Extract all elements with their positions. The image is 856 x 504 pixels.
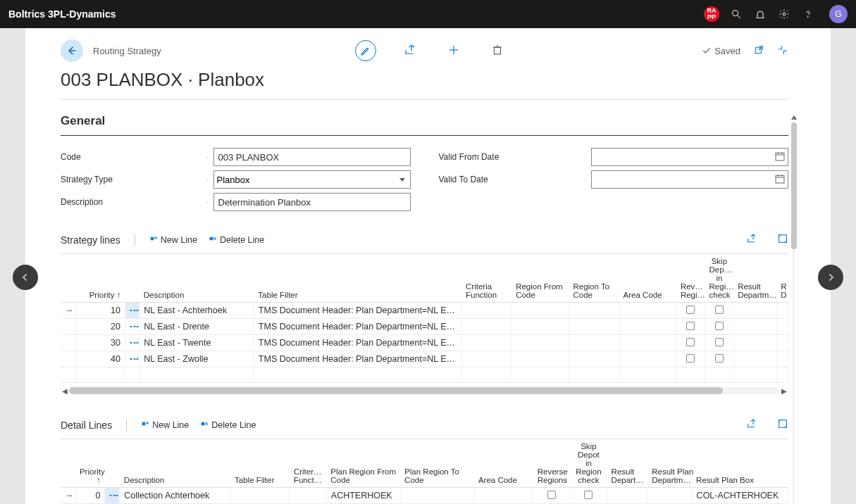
col-priority[interactable]: Priority ↑ — [89, 291, 121, 299]
checkbox[interactable] — [715, 322, 724, 330]
detail-expand-icon[interactable] — [777, 418, 788, 431]
detail-delete-line-button[interactable]: Delete Line — [200, 420, 256, 430]
vertical-scrollbar[interactable] — [791, 118, 797, 504]
edit-button[interactable] — [355, 40, 376, 61]
row-more-icon[interactable]: ⋮ — [129, 338, 139, 348]
horizontal-scrollbar[interactable]: ◀▶ — [61, 386, 788, 396]
checkbox[interactable] — [686, 354, 695, 363]
detail-lines-title: Detail Lines — [61, 420, 112, 431]
col-region-from[interactable]: Region From Code — [511, 254, 569, 303]
calendar-icon[interactable] — [774, 173, 786, 187]
collapse-icon[interactable] — [777, 44, 788, 58]
checkbox[interactable] — [686, 305, 695, 314]
bell-icon[interactable] — [753, 7, 767, 21]
description-field[interactable] — [213, 193, 411, 211]
label-description: Description — [61, 197, 201, 207]
svg-rect-28 — [779, 235, 787, 243]
table-row[interactable]: 40⋮NL East - ZwolleTMS Document Header: … — [61, 351, 788, 367]
popout-icon[interactable] — [753, 44, 764, 58]
label-valid-to: Valid To Date — [439, 175, 580, 184]
detail-new-line-button[interactable]: New Line — [141, 420, 189, 430]
dcol-result-plan-box[interactable]: Result Plan Box — [692, 439, 788, 488]
calendar-icon[interactable] — [774, 151, 786, 164]
dcol-area-code[interactable]: Area Code — [474, 439, 533, 488]
strategy-lines-grid[interactable]: Priority ↑ Description Table Filter Crit… — [61, 254, 788, 383]
svg-point-0 — [733, 11, 738, 16]
svg-line-1 — [738, 15, 740, 18]
search-icon[interactable] — [729, 7, 743, 21]
help-icon[interactable] — [801, 7, 815, 21]
nav-previous-button[interactable] — [13, 265, 38, 290]
svg-rect-8 — [495, 47, 501, 54]
new-line-button[interactable]: New Line — [149, 235, 197, 245]
col-skip-dep[interactable]: Skip Dep… in Regi… check — [705, 254, 734, 303]
page-title: 003 PLANBOX · Planbox — [61, 69, 788, 91]
svg-marker-24 — [210, 237, 213, 240]
dcol-plan-region-to[interactable]: Plan Region To Code — [400, 439, 474, 488]
svg-rect-13 — [776, 153, 784, 160]
share-icon[interactable] — [400, 40, 420, 60]
col-r[interactable]: R D — [776, 254, 788, 303]
checkbox[interactable] — [686, 338, 695, 346]
dcol-priority[interactable]: Priority ↑ — [75, 439, 105, 488]
col-region-to[interactable]: Region To Code — [569, 254, 619, 303]
dcol-plan-region-from[interactable]: Plan Region From Code — [326, 439, 400, 488]
table-row[interactable]: 20⋮NL East - DrenteTMS Document Header: … — [61, 319, 788, 335]
checkbox[interactable] — [584, 491, 593, 499]
delete-icon[interactable] — [488, 40, 507, 60]
checkbox[interactable] — [547, 491, 556, 499]
strategy-type-select[interactable]: Planbox — [213, 170, 411, 189]
table-row[interactable]: →10⋮NL East - AchterhoekTMS Document Hea… — [61, 303, 788, 319]
detail-lines-grid[interactable]: Priority ↑ Description Table Filter Crit… — [61, 439, 788, 504]
section-general: General — [61, 114, 788, 128]
saved-status: Saved — [702, 46, 740, 56]
detail-share-icon[interactable] — [746, 418, 757, 431]
checkbox[interactable] — [715, 305, 724, 314]
breadcrumb[interactable]: Routing Strategy — [93, 46, 161, 56]
dcol-criter[interactable]: Criter… Funct… — [290, 439, 326, 488]
dcol-table-filter[interactable]: Table Filter — [230, 439, 290, 488]
col-description[interactable]: Description — [139, 254, 254, 303]
svg-marker-29 — [142, 422, 145, 425]
row-more-icon[interactable]: ⋮ — [108, 491, 119, 500]
dcol-description[interactable]: Description — [120, 439, 230, 488]
back-button[interactable] — [61, 39, 83, 62]
table-row[interactable]: 30⋮NL East - TwenteTMS Document Header: … — [61, 335, 788, 351]
dcol-reverse[interactable]: Reverse Regions — [533, 439, 570, 488]
checkbox[interactable] — [686, 322, 695, 330]
gear-icon[interactable] — [777, 7, 791, 21]
table-row[interactable]: →0⋮Collection AchterhoekACHTERHOEKCOL-AC… — [61, 488, 788, 504]
svg-rect-17 — [776, 175, 784, 183]
row-more-icon[interactable]: ⋮ — [129, 354, 139, 364]
dcol-result-dep[interactable]: Result Depart… — [607, 439, 648, 488]
col-result-dep[interactable]: Result Departm… — [733, 254, 776, 303]
new-icon[interactable] — [444, 40, 464, 60]
valid-from-field[interactable] — [591, 148, 788, 166]
share-lines-icon[interactable] — [746, 233, 757, 246]
expand-lines-icon[interactable] — [777, 233, 788, 246]
dcol-skip-depot[interactable]: Skip Depot in Region check — [570, 439, 607, 488]
row-more-icon[interactable]: ⋮ — [129, 305, 139, 315]
svg-marker-32 — [201, 422, 204, 425]
col-rev-regi[interactable]: Rev… Regi… — [676, 254, 705, 303]
code-field[interactable] — [213, 148, 411, 166]
app-brand: Boltrics 3PL-Dynamics — [8, 8, 704, 20]
checkbox[interactable] — [715, 354, 724, 363]
nav-next-button[interactable] — [818, 265, 843, 290]
col-area-code[interactable]: Area Code — [619, 254, 676, 303]
svg-marker-21 — [151, 237, 154, 240]
col-criteria-function[interactable]: Criteria Function — [461, 254, 511, 303]
rapp-badge[interactable]: RA PP — [704, 6, 719, 22]
avatar[interactable]: G — [829, 5, 848, 23]
valid-to-field[interactable] — [591, 170, 788, 189]
svg-point-3 — [807, 16, 808, 17]
label-valid-from: Valid From Date — [439, 152, 580, 162]
row-more-icon[interactable]: ⋮ — [129, 322, 139, 332]
top-bar: Boltrics 3PL-Dynamics RA PP G — [0, 0, 856, 28]
col-table-filter[interactable]: Table Filter — [254, 254, 461, 303]
dcol-result-plan-dep[interactable]: Result Plan Departm… — [647, 439, 692, 488]
svg-point-2 — [783, 13, 786, 15]
checkbox[interactable] — [715, 338, 724, 346]
table-row[interactable] — [61, 367, 788, 383]
delete-line-button[interactable]: Delete Line — [209, 235, 264, 245]
